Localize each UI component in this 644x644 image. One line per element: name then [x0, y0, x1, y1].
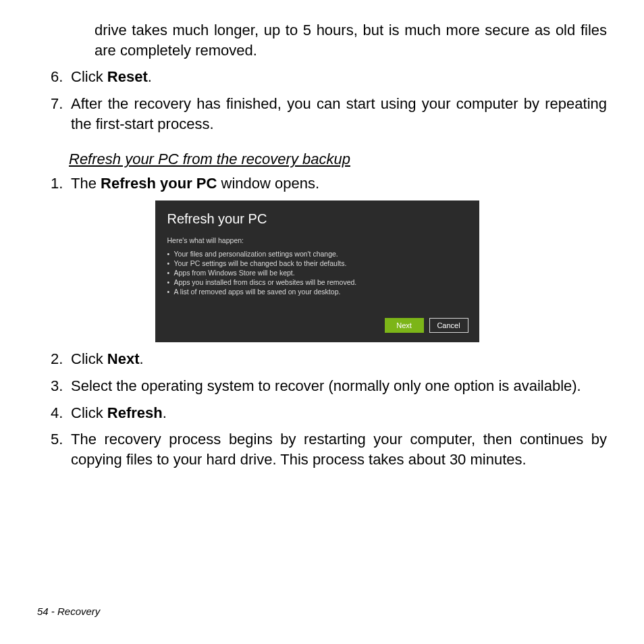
step-item: 5. The recovery process begins by restar…	[27, 429, 607, 469]
step-text-bold: Reset	[107, 68, 148, 85]
dialog-title: Refresh your PC	[167, 211, 467, 227]
step-item: 4. Click Refresh.	[27, 403, 607, 423]
step-text-bold: Next	[107, 350, 140, 367]
step-number: 4.	[51, 403, 63, 423]
refresh-pc-dialog: Refresh your PC Here's what will happen:…	[155, 200, 479, 342]
dialog-bullet-list: Your files and personalization settings …	[167, 250, 467, 296]
cancel-button[interactable]: Cancel	[429, 318, 468, 333]
step-text-pre: Click	[71, 68, 107, 85]
step-number: 7.	[51, 94, 63, 114]
step-number: 2.	[51, 349, 63, 369]
dialog-bullet-item: A list of removed apps will be saved on …	[167, 288, 467, 296]
step-text-pre: Click	[71, 350, 107, 367]
section-heading: Refresh your PC from the recovery backup	[69, 151, 607, 168]
dialog-bullet-item: Your PC settings will be changed back to…	[167, 259, 467, 267]
step-text-pre: After the recovery has finished, you can…	[71, 95, 607, 132]
step-item: 3. Select the operating system to recove…	[27, 376, 607, 396]
step-text-pre: Click	[71, 404, 107, 421]
dialog-button-row: Next Cancel	[385, 318, 468, 333]
steps-list-b: 1. The Refresh your PC window opens.	[27, 173, 607, 194]
dialog-bullet-item: Your files and personalization settings …	[167, 250, 467, 258]
dialog-bullet-item: Apps you installed from discs or website…	[167, 278, 467, 286]
dialog-bullet-item: Apps from Windows Store will be kept.	[167, 269, 467, 277]
steps-list-b-cont: 2. Click Next. 3. Select the operating s…	[27, 349, 607, 469]
step-number: 1.	[51, 173, 63, 194]
next-button[interactable]: Next	[385, 318, 424, 333]
step-item: 6. Click Reset.	[27, 67, 607, 87]
continuation-paragraph: drive takes much longer, up to 5 hours, …	[95, 20, 607, 60]
document-page: drive takes much longer, up to 5 hours, …	[0, 0, 644, 644]
step-text-pre: The recovery process begins by restartin…	[71, 431, 607, 468]
step-text-post: .	[148, 68, 152, 85]
step-text-pre: The	[71, 175, 101, 192]
step-number: 3.	[51, 376, 63, 396]
dialog-subtitle: Here's what will happen:	[167, 236, 467, 244]
step-item: 7. After the recovery has finished, you …	[27, 94, 607, 134]
step-text-bold: Refresh your PC	[101, 175, 217, 192]
step-number: 5.	[51, 429, 63, 450]
step-text-bold: Refresh	[107, 404, 163, 421]
step-text-pre: Select the operating system to recover (…	[71, 377, 581, 394]
step-text-post: .	[163, 404, 167, 421]
step-item: 2. Click Next.	[27, 349, 607, 369]
steps-list-a: 6. Click Reset. 7. After the recovery ha…	[27, 67, 607, 134]
embedded-screenshot: Refresh your PC Here's what will happen:…	[27, 200, 607, 342]
page-footer: 54 - Recovery	[37, 606, 100, 617]
step-text-post: window opens.	[217, 175, 319, 192]
step-number: 6.	[51, 67, 63, 87]
step-item: 1. The Refresh your PC window opens.	[27, 173, 607, 194]
step-text-post: .	[139, 350, 143, 367]
